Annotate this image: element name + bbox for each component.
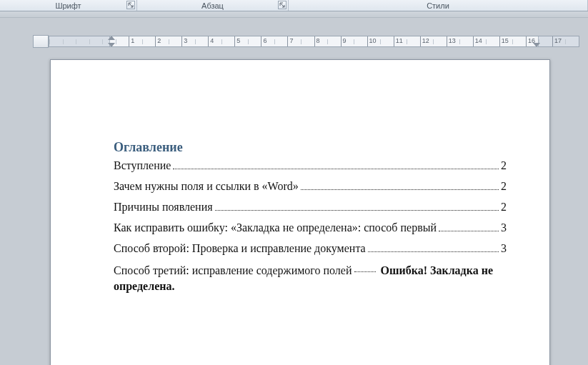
toc-entry-page: 3 (501, 221, 507, 234)
toc-entry-text: Способ третий: исправление содержимого п… (114, 264, 352, 276)
toc-entry[interactable]: Зачем нужны поля и ссылки в «Word»2 (114, 180, 507, 193)
ribbon-group-styles: Стили (289, 0, 588, 11)
ruler-row (0, 35, 588, 48)
document-workspace: Оглавление Вступление2Зачем нужны поля и… (0, 18, 588, 365)
toc-entry-page: 2 (501, 159, 507, 172)
toc-entry[interactable]: Как исправить ошибку: «Закладка не опред… (114, 221, 507, 234)
toc-entry-text: Причины появления (114, 201, 213, 214)
ribbon-group-font-label: Шрифт (55, 1, 81, 10)
toc-entry[interactable]: Вступление2 (114, 159, 507, 172)
toc-entry-page: 2 (501, 180, 507, 193)
toc-title: Оглавление (114, 140, 507, 155)
first-line-indent-marker[interactable] (108, 36, 115, 40)
toc-entry-text: Как исправить ошибку: «Закладка не опред… (114, 221, 437, 234)
paragraph-dialog-launcher-icon[interactable] (278, 1, 286, 9)
toc-entry-error[interactable]: Способ третий: исправление содержимого п… (114, 263, 507, 294)
document-page[interactable]: Оглавление Вступление2Зачем нужны поля и… (50, 59, 550, 365)
ribbon-bottom-strip (0, 11, 588, 18)
toc-leader (439, 221, 499, 231)
toc-leader (173, 159, 499, 169)
toc-entry-page: 3 (501, 242, 507, 255)
toc-entry-text: Вступление (114, 159, 171, 172)
toc-leader (301, 180, 499, 190)
toc-entry-text: Способ второй: Проверка и исправление до… (114, 242, 366, 255)
font-dialog-launcher-icon[interactable] (126, 1, 135, 9)
tab-selector-button[interactable] (33, 35, 49, 48)
right-indent-marker[interactable] (533, 43, 540, 47)
toc-leader (215, 201, 499, 211)
toc-entry-text: Зачем нужны поля и ссылки в «Word» (114, 180, 299, 193)
toc-entry-page: 2 (501, 201, 507, 214)
hanging-indent-marker[interactable] (108, 43, 115, 47)
ruler-ticks (49, 36, 579, 46)
toc-entry[interactable]: Способ второй: Проверка и исправление до… (114, 242, 507, 255)
ribbon-group-styles-label: Стили (427, 1, 449, 10)
horizontal-ruler[interactable] (49, 36, 579, 47)
toc-leader (368, 242, 499, 252)
ribbon-group-paragraph-label: Абзац (201, 1, 224, 10)
ribbon-group-paragraph: Абзац (137, 0, 289, 11)
toc-entry[interactable]: Причины появления2 (114, 201, 507, 214)
toc-leader (354, 271, 376, 272)
toc-list: Вступление2Зачем нужны поля и ссылки в «… (114, 159, 507, 294)
ribbon-group-font: Шрифт (0, 0, 137, 11)
ribbon-group-labels: Шрифт Абзац Стили (0, 0, 588, 11)
